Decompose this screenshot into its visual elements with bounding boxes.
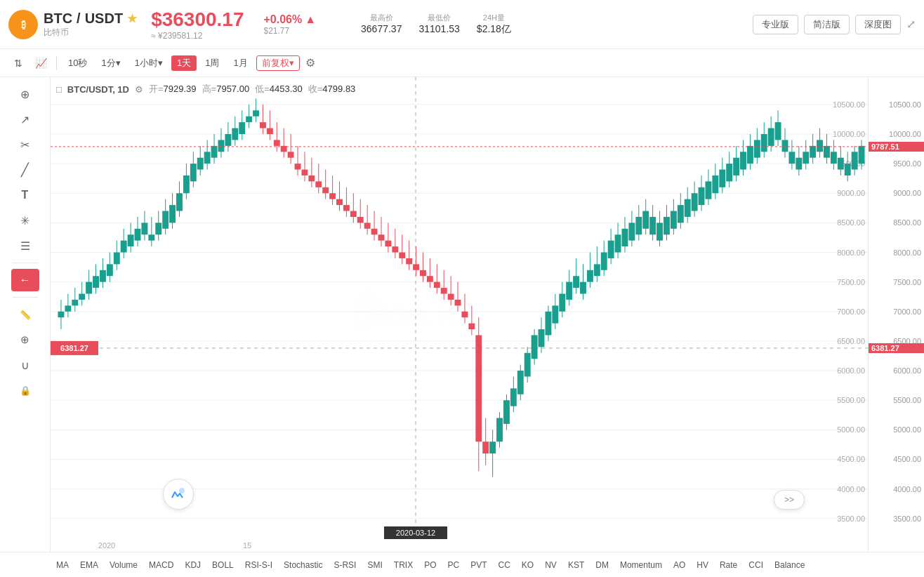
indicator-nv[interactable]: NV [539, 552, 562, 578]
divider [56, 56, 57, 70]
ohlc-close: 收=4799.83 [308, 83, 356, 95]
time-1w[interactable]: 1周 [199, 55, 225, 71]
yaxis-label: 9000.00 [893, 189, 921, 197]
indicator-hv[interactable]: HV [691, 552, 714, 578]
current-price-tag: 9787.51 [869, 142, 924, 152]
indicator-ema[interactable]: EMA [74, 552, 104, 578]
ohlc-high: 高=7957.00 [202, 83, 250, 95]
indicator-volume[interactable]: Volume [104, 552, 143, 578]
indicator-s-rsi[interactable]: S-RSI [328, 552, 362, 578]
logo: ₿ [8, 10, 38, 39]
indicator-kst[interactable]: KST [562, 552, 590, 578]
nodes-icon[interactable]: ✳ [11, 209, 39, 232]
yaxis-label: 4000.00 [893, 485, 921, 493]
text-icon[interactable]: T [11, 184, 39, 206]
scissors-icon[interactable]: ✂ [11, 133, 39, 156]
yaxis-label: 3500.00 [893, 515, 921, 523]
yaxis-label: 5000.00 [893, 425, 921, 434]
chart-type-tool[interactable]: 📈 [31, 53, 51, 73]
indicator-momentum[interactable]: Momentum [614, 552, 668, 578]
indicator-bar: MAEMAVolumeMACDKDJBOLLRSI-S-IStochasticS… [0, 552, 924, 577]
settings-icon[interactable]: ⚙ [305, 56, 315, 69]
left-toolbar: ⊕ ↗ ✂ ╱ T ✳ ☰ ← 📏 ⊕ ∪ 🔒 [0, 77, 51, 552]
line-draw-icon[interactable]: ↗ [11, 108, 39, 131]
zoom-icon[interactable]: ⊕ [11, 329, 39, 351]
change-block: +0.06% ▲ $21.77 [263, 13, 330, 36]
indicator-ma[interactable]: MA [51, 552, 74, 578]
price-cny: ≈ ¥239581.12 [151, 31, 252, 41]
ruler-icon[interactable]: 📏 [11, 303, 39, 326]
magnet-icon[interactable]: ∪ [11, 354, 39, 376]
pair-subtitle: 比特币 [44, 27, 137, 39]
indicator-rsi-s-i[interactable]: RSI-S-I [239, 552, 278, 578]
indicator-ko[interactable]: KO [516, 552, 539, 578]
indicator-smi[interactable]: SMI [362, 552, 388, 578]
indicator-dm[interactable]: DM [590, 552, 614, 578]
yaxis-label: 6000.00 [893, 366, 921, 375]
indicator-po[interactable]: PO [418, 552, 442, 578]
yaxis-label: 8000.00 [893, 248, 921, 257]
lt-divider [13, 263, 38, 263]
indicator-trix[interactable]: TRIX [388, 552, 418, 578]
indicator-rate[interactable]: Rate [714, 552, 743, 578]
indicator-ao[interactable]: AO [668, 552, 691, 578]
simple-btn[interactable]: 简洁版 [804, 15, 850, 34]
nav-right-btn[interactable]: >> [774, 490, 805, 510]
indicator-cc[interactable]: CC [493, 552, 516, 578]
favorite-icon[interactable]: ★ [127, 12, 137, 25]
crosshair-icon[interactable]: ⊕ [11, 83, 39, 105]
indicator-pc[interactable]: PC [442, 552, 466, 578]
indicator-balance[interactable]: Balance [769, 552, 810, 578]
indicator-stochastic[interactable]: Stochastic [278, 552, 328, 578]
indicator-cci[interactable]: CCI [743, 552, 769, 578]
time-adj[interactable]: 前复权▾ [256, 55, 300, 71]
current-price: $36300.17 [151, 8, 244, 31]
yaxis-label: 4500.00 [893, 455, 921, 463]
base-currency: BTC [44, 11, 72, 27]
ohlc-low: 低=4453.30 [255, 83, 303, 95]
quote-currency: USDT [85, 11, 123, 27]
indicator-kdj[interactable]: KDJ [179, 552, 206, 578]
diagonal-icon[interactable]: ╱ [11, 159, 39, 181]
chart-symbol: BTC/USDT, 1D [67, 84, 129, 95]
pro-btn[interactable]: 专业版 [753, 15, 798, 34]
price-block: $36300.17 ≈ ¥239581.12 [151, 8, 252, 41]
time-1d[interactable]: 1天 [171, 55, 197, 71]
back-icon[interactable]: ← [11, 269, 39, 291]
time-1mo[interactable]: 1月 [227, 55, 253, 71]
stat-vol: 24H量 $2.18亿 [477, 13, 511, 36]
yaxis-label: 10500.00 [889, 100, 921, 109]
crosshair-tool[interactable]: ⇅ [8, 53, 28, 73]
yaxis-label: 7000.00 [893, 307, 921, 316]
main-chart: □ BTC/USDT, 1D ⚙ 开=7929.39 高=7957.00 低=4… [51, 77, 868, 552]
pair-info: BTC / USDT ★ 比特币 [44, 11, 137, 39]
pair-name: BTC / USDT ★ [44, 11, 137, 27]
dash-price-tag: 6381.27 [869, 343, 924, 353]
depth-btn[interactable]: 深度图 [855, 15, 901, 34]
ohlc-open: 开=7929.39 [149, 83, 197, 95]
hlines-icon[interactable]: ☰ [11, 234, 39, 257]
add-overlay-btn[interactable] [163, 479, 194, 510]
chart-container: ⊕ ↗ ✂ ╱ T ✳ ☰ ← 📏 ⊕ ∪ 🔒 □ BTC/USDT, 1D ⚙… [0, 77, 924, 552]
price-change: +0.06% ▲ [263, 13, 316, 26]
yaxis-label: 9500.00 [893, 159, 921, 168]
time-1h[interactable]: 1小时▾ [129, 55, 169, 71]
chart-info: □ BTC/USDT, 1D ⚙ 开=7929.39 高=7957.00 低=4… [56, 83, 355, 95]
time-1m[interactable]: 1分▾ [95, 55, 126, 71]
indicator-boll[interactable]: BOLL [206, 552, 239, 578]
stat-high: 最高价 36677.37 [361, 13, 402, 36]
chart-settings-icon[interactable]: ⚙ [135, 84, 143, 95]
yaxis-label: 5500.00 [893, 396, 921, 404]
header: ₿ BTC / USDT ★ 比特币 $36300.17 ≈ ¥239581.1… [0, 0, 924, 49]
indicator-pvt[interactable]: PVT [465, 552, 492, 578]
price-change-sub: $21.77 [263, 26, 330, 36]
time-10s[interactable]: 10秒 [62, 55, 93, 71]
price-axis-right: 10500.0010000.009500.009000.008500.00800… [868, 77, 924, 552]
svg-point-2 [179, 488, 185, 493]
yaxis-label: 8500.00 [893, 218, 921, 227]
indicator-macd[interactable]: MACD [143, 552, 179, 578]
expand-icon[interactable]: ⤢ [906, 18, 916, 31]
lock-icon[interactable]: 🔒 [11, 379, 39, 402]
chart-square-icon: □ [56, 84, 62, 95]
yaxis-label: 10000.00 [889, 130, 921, 138]
